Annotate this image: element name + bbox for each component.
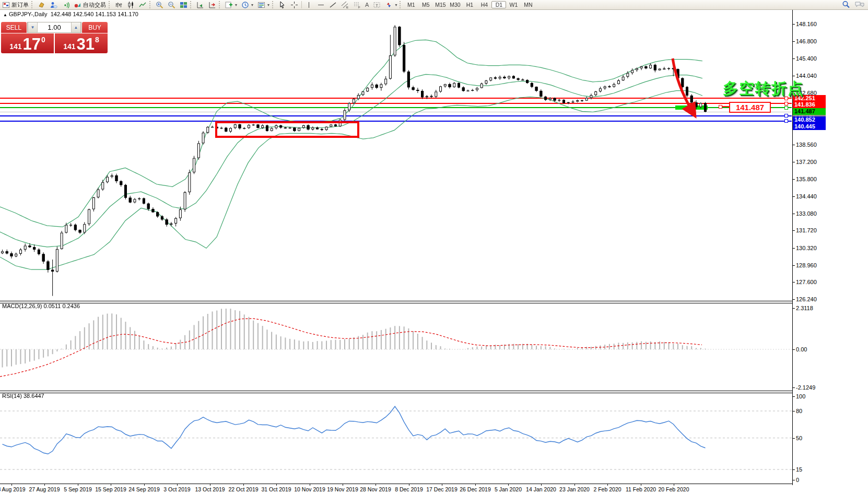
- sell-price-display[interactable]: 141 17 0: [1, 33, 54, 53]
- auto-scroll-icon: [196, 1, 204, 9]
- buy-price-display[interactable]: 141 31 8: [55, 33, 108, 53]
- stamp-icon: [38, 1, 45, 9]
- volume-input[interactable]: [38, 22, 71, 32]
- macd-label: MACD(12,26,9) 0.0511 0.2436: [2, 303, 80, 309]
- broadcast-icon: [62, 1, 69, 9]
- broadcast-button[interactable]: [60, 1, 72, 9]
- buy-price-big: 31: [77, 37, 95, 52]
- trendline-icon: [329, 1, 337, 9]
- timeframe-mn[interactable]: MN: [521, 1, 535, 8]
- timeframe-toolbar: M1M5M15M30H1H4D1W1MN: [404, 1, 535, 9]
- timeframe-m5[interactable]: M5: [418, 1, 433, 8]
- text-label-tool-button[interactable]: T: [371, 1, 383, 9]
- line-handle-141.836[interactable]: [784, 102, 788, 105]
- price-tag-connector: [722, 106, 729, 107]
- auto-trading-button[interactable]: 自动交易: [72, 1, 108, 9]
- candlestick-button[interactable]: [125, 1, 137, 9]
- timeframe-m30[interactable]: M30: [448, 1, 462, 8]
- main-macd-separator[interactable]: [0, 301, 792, 303]
- auto-trading-icon: [74, 1, 81, 9]
- timeframe-m15[interactable]: M15: [433, 1, 448, 8]
- buy-price-small: 141: [63, 42, 75, 51]
- bar-chart-button[interactable]: [113, 1, 125, 9]
- text-tool-button[interactable]: A: [363, 1, 371, 9]
- macd-signal-value: 0.2436: [62, 303, 80, 309]
- main-toolbar: 新订单 自动交易 ▾ ▾ ▾ E F A T ▾ M1M5M15M30H1H4D…: [0, 0, 868, 10]
- volume-up-button[interactable]: ▲: [71, 22, 81, 32]
- text-label-icon: T: [373, 1, 381, 9]
- fibonacci-tool-button[interactable]: F: [351, 1, 363, 9]
- turning-point-text-annotation[interactable]: 多空转折点: [723, 78, 804, 99]
- horizontal-line-icon: [317, 1, 325, 9]
- cloud-user-button[interactable]: [48, 1, 60, 9]
- timeframe-m1[interactable]: M1: [404, 1, 418, 8]
- search-icon[interactable]: [842, 1, 850, 9]
- chat-icon[interactable]: [854, 1, 865, 9]
- tile-windows-icon: [180, 1, 187, 9]
- stamp-button[interactable]: [36, 1, 48, 9]
- auto-scroll-button[interactable]: [194, 1, 206, 9]
- tile-windows-button[interactable]: [178, 1, 190, 9]
- zoom-in-icon: [156, 1, 163, 9]
- sell-button[interactable]: SELL: [1, 22, 27, 33]
- symbol-name: GBPJPY-,Daily: [9, 11, 48, 17]
- template-icon: [257, 1, 265, 9]
- toolbar-grip: [400, 1, 403, 8]
- vertical-line-tool-button[interactable]: [303, 1, 315, 9]
- templates-button[interactable]: ▾: [255, 1, 272, 9]
- chevron-down-icon: ▾: [267, 3, 269, 7]
- line-handle-140.852[interactable]: [784, 114, 788, 117]
- timeframe-h4[interactable]: H4: [477, 1, 491, 8]
- timeframe-w1[interactable]: W1: [506, 1, 521, 8]
- consolidation-rectangle-annotation[interactable]: [215, 121, 359, 138]
- trendline-tool-button[interactable]: [327, 1, 339, 9]
- new-order-label: 新订单: [11, 1, 29, 9]
- rsi-label: RSI(14) 38.6447: [2, 393, 44, 399]
- zoom-out-button[interactable]: [166, 1, 178, 9]
- buy-button[interactable]: BUY: [82, 22, 108, 33]
- indicators-button[interactable]: ▾: [223, 1, 239, 9]
- periods-button[interactable]: ▾: [239, 1, 255, 9]
- price-label-140.852: 140.852: [793, 116, 826, 123]
- price-label-140.445: 140.445: [793, 123, 826, 130]
- horizontal-line-tool-button[interactable]: [315, 1, 327, 9]
- toolbar-grip: [109, 1, 112, 8]
- price-tag-annotation[interactable]: 141.487: [729, 102, 771, 113]
- macd-rsi-separator[interactable]: [0, 391, 792, 393]
- clock-icon: [241, 1, 249, 9]
- bar-chart-icon: [115, 1, 123, 9]
- line-handle-141.487[interactable]: [784, 106, 788, 110]
- buy-price-sup: 8: [95, 36, 99, 44]
- toolbar-grip: [190, 1, 194, 8]
- price-label-141.836: 141.836: [793, 101, 826, 108]
- timeframe-h1[interactable]: H1: [462, 1, 477, 8]
- chart-shift-icon: [208, 1, 216, 9]
- crosshair-icon: [290, 1, 298, 9]
- channel-tool-button[interactable]: E: [339, 1, 351, 9]
- fibonacci-icon: F: [353, 1, 361, 9]
- price-label-141.487: 141.487: [793, 108, 826, 115]
- arrows-icon: [385, 1, 393, 9]
- one-click-trading-panel: SELL ▼ ▲ BUY 141 17 0 141 31 8: [1, 22, 108, 53]
- crosshair-tool-button[interactable]: [288, 1, 300, 9]
- sell-price-big: 17: [23, 37, 41, 52]
- chart-canvas[interactable]: [0, 0, 868, 494]
- cursor-tool-button[interactable]: [276, 1, 288, 9]
- volume-box: ▼ ▲: [27, 22, 81, 33]
- chevron-down-icon: ▾: [235, 3, 237, 7]
- zoom-in-button[interactable]: [154, 1, 166, 9]
- toolbar-grip: [219, 1, 222, 8]
- chart-shift-button[interactable]: [206, 1, 218, 9]
- collapse-arrow-icon[interactable]: ▲: [3, 13, 7, 17]
- cursor-icon: [278, 1, 286, 9]
- new-order-button[interactable]: 新订单: [0, 1, 31, 9]
- arrows-tool-button[interactable]: ▾: [383, 1, 399, 9]
- line-handle-140.445[interactable]: [784, 119, 788, 123]
- line-chart-button[interactable]: [137, 1, 149, 9]
- volume-down-button[interactable]: ▼: [28, 22, 38, 32]
- text-icon: A: [365, 2, 369, 8]
- timeframe-d1[interactable]: D1: [491, 1, 506, 8]
- svg-text:E: E: [346, 6, 348, 9]
- toolbar-separator: [301, 1, 302, 8]
- rsi-bottom-border: [0, 484, 792, 484]
